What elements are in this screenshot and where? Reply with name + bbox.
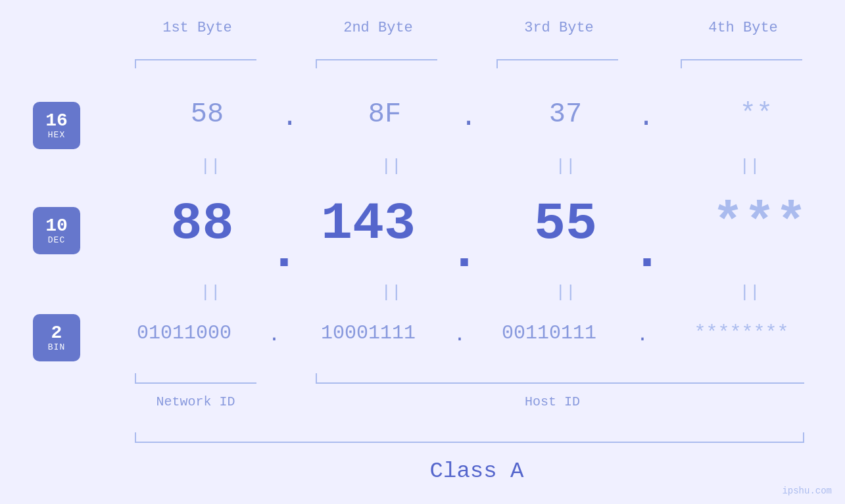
watermark: ipshu.com — [782, 486, 832, 496]
bracket-col4-left — [681, 59, 682, 68]
bin-dot1: . — [268, 324, 280, 346]
class-bracket-left — [135, 432, 136, 442]
bracket-col3-left — [496, 59, 498, 68]
eq-hex-dec-4: || — [723, 156, 776, 176]
dec-b4: *** — [684, 194, 835, 254]
dec-dot1: . — [268, 222, 300, 282]
host-id-label: Host ID — [460, 394, 644, 409]
eq-dec-bin-3: || — [539, 283, 592, 302]
bracket-col2-left — [316, 59, 317, 68]
class-bracket-bottom — [135, 442, 804, 443]
hex-b1: 58 — [161, 99, 253, 130]
bracket-col2-top — [316, 59, 437, 60]
class-bracket-right — [803, 432, 804, 442]
bracket-col4-top — [681, 59, 802, 60]
eq-dec-bin-4: || — [723, 283, 776, 302]
hex-dot3: . — [638, 102, 654, 133]
col1-header: 1st Byte — [132, 20, 263, 36]
class-a-label: Class A — [329, 459, 625, 484]
main-container: 1st Byte 2nd Byte 3rd Byte 4th Byte 16 H… — [0, 0, 845, 504]
dec-b2: 143 — [299, 194, 437, 254]
bin-b3: 00110111 — [473, 322, 625, 344]
bracket-col1-top — [135, 59, 256, 60]
col4-header: 4th Byte — [677, 20, 809, 36]
bin-b4: ******** — [658, 322, 825, 344]
eq-dec-bin-1: || — [184, 283, 237, 302]
bin-badge: 2 BIN — [33, 314, 80, 361]
bracket-network-bottom — [135, 382, 256, 384]
bracket-network-left — [135, 373, 136, 382]
dec-label: DEC — [48, 235, 65, 245]
dec-dot2: . — [448, 222, 480, 282]
bin-b1: 01011000 — [109, 322, 260, 344]
col3-header: 3rd Byte — [493, 20, 625, 36]
hex-dot2: . — [460, 102, 477, 133]
hex-label: HEX — [48, 130, 65, 140]
hex-b3: 37 — [526, 99, 605, 130]
hex-dot1: . — [281, 102, 298, 133]
eq-hex-dec-1: || — [184, 156, 237, 176]
bin-dot2: . — [454, 324, 466, 346]
hex-b4: ** — [710, 99, 802, 130]
bin-dot3: . — [637, 324, 648, 346]
bracket-col1-left — [135, 59, 136, 68]
bin-b2: 10001111 — [293, 322, 444, 344]
hex-number: 16 — [45, 112, 68, 130]
bracket-host-left — [316, 373, 317, 382]
dec-b3: 55 — [513, 194, 618, 254]
dec-b1: 88 — [145, 194, 260, 254]
hex-b2: 8F — [339, 99, 431, 130]
bracket-host-bottom — [316, 382, 804, 384]
dec-dot3: . — [631, 222, 663, 282]
bin-label: BIN — [48, 342, 65, 352]
hex-badge: 16 HEX — [33, 102, 80, 149]
network-id-label: Network ID — [132, 394, 260, 409]
col2-header: 2nd Byte — [312, 20, 444, 36]
eq-hex-dec-2: || — [365, 156, 418, 176]
bin-number: 2 — [51, 324, 62, 342]
dec-badge: 10 DEC — [33, 207, 80, 254]
eq-dec-bin-2: || — [365, 283, 418, 302]
bracket-col3-top — [496, 59, 618, 60]
dec-number: 10 — [45, 217, 68, 235]
eq-hex-dec-3: || — [539, 156, 592, 176]
